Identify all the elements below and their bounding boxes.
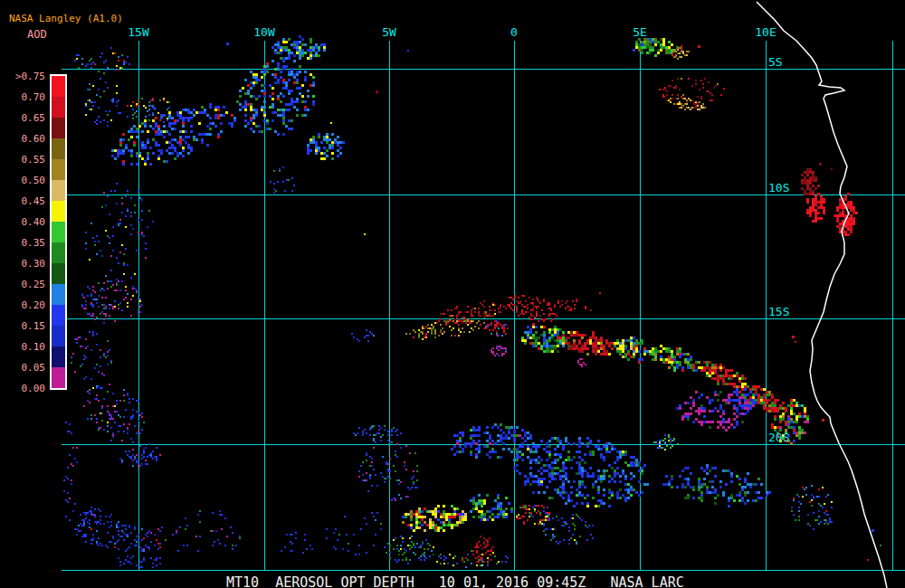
map-canvas: 15W10W5W05E10E5S10S15S20S	[0, 0, 905, 588]
colorbar-band	[52, 263, 65, 284]
aod-data-dot	[795, 341, 796, 343]
aod-data-dot	[364, 233, 366, 235]
longitude-label: 10E	[755, 25, 776, 39]
aod-map-viewer: 15W10W5W05E10E5S10S15S20S NASA Langley (…	[0, 0, 905, 588]
aod-data-dot	[537, 299, 538, 300]
colorbar-scale-value: 0.35	[22, 237, 46, 249]
colorbar-scale-value: 0.25	[22, 279, 46, 290]
product-parameter-label: AOD	[27, 28, 47, 41]
aod-data-dot	[872, 529, 874, 532]
aod-data-pixels	[63, 35, 881, 568]
aod-data-dot	[792, 336, 795, 338]
colorbar-band	[52, 222, 65, 242]
latitude-label: 10S	[768, 181, 789, 194]
latitude-label: 15S	[768, 305, 789, 318]
aod-data-dot	[599, 292, 601, 294]
colorbar-band	[52, 138, 65, 159]
longitude-label: 0	[510, 25, 518, 39]
colorbar-band	[52, 159, 65, 180]
colorbar-band	[52, 118, 65, 138]
longitude-label: 5E	[633, 25, 647, 39]
colorbar-scale-value: 0.50	[22, 175, 46, 186]
colorbar-band	[52, 97, 65, 118]
colorbar-scale-value: 0.10	[22, 341, 46, 353]
grid-labels: 15W10W5W05E10E5S10S15S20S	[128, 25, 789, 444]
aod-data-dot	[376, 90, 378, 93]
colorbar-scale-value: 0.65	[22, 112, 46, 124]
aod-data-dot	[330, 122, 332, 124]
colorbar-scale-value: 0.55	[22, 154, 46, 166]
longitude-label: 10W	[253, 25, 275, 39]
colorbar-band	[52, 284, 65, 305]
colorbar-scale-value: >0.75	[15, 71, 45, 82]
colorbar-scale-value: 0.00	[22, 383, 46, 394]
aod-colorbar	[50, 74, 67, 390]
aod-data-dot	[880, 545, 881, 546]
colorbar-scale-value: 0.60	[22, 133, 46, 145]
colorbar-scale-value: 0.70	[22, 91, 46, 103]
colorbar-band	[52, 367, 65, 388]
aod-data-dot	[723, 88, 725, 90]
colorbar-band	[52, 242, 65, 263]
aod-data-dot	[867, 559, 869, 561]
colorbar-band	[52, 180, 65, 201]
colorbar-scale-value: 0.20	[22, 299, 46, 311]
colorbar-scale-value: 0.15	[22, 320, 46, 332]
aod-data-dot	[831, 168, 833, 170]
longitude-label: 15W	[128, 25, 149, 39]
aod-data-dot	[822, 419, 824, 422]
product-title: NASA Langley (A1.0)	[9, 13, 123, 24]
colorbar-band	[52, 201, 65, 222]
coastline	[757, 2, 887, 588]
aod-data-dot	[698, 45, 700, 48]
aod-data-dot	[819, 163, 822, 166]
longitude-label: 5W	[382, 25, 396, 39]
latitude-label: 20S	[768, 431, 789, 444]
footer-caption: MT10 AEROSOL OPT DEPTH 10 01, 2016 09:45…	[226, 574, 684, 588]
colorbar-scale-value: 0.05	[22, 362, 46, 374]
colorbar-band	[52, 305, 65, 326]
aod-data-dot	[226, 43, 229, 45]
colorbar-band	[52, 76, 65, 97]
colorbar-scale-value: 0.30	[22, 258, 46, 270]
colorbar-band	[52, 326, 65, 346]
colorbar-scale-value: 0.40	[22, 216, 46, 228]
colorbar-band	[52, 346, 65, 367]
aod-data-dot	[407, 50, 409, 52]
latitude-label: 5S	[768, 55, 783, 69]
colorbar-scale-value: 0.45	[22, 195, 46, 207]
